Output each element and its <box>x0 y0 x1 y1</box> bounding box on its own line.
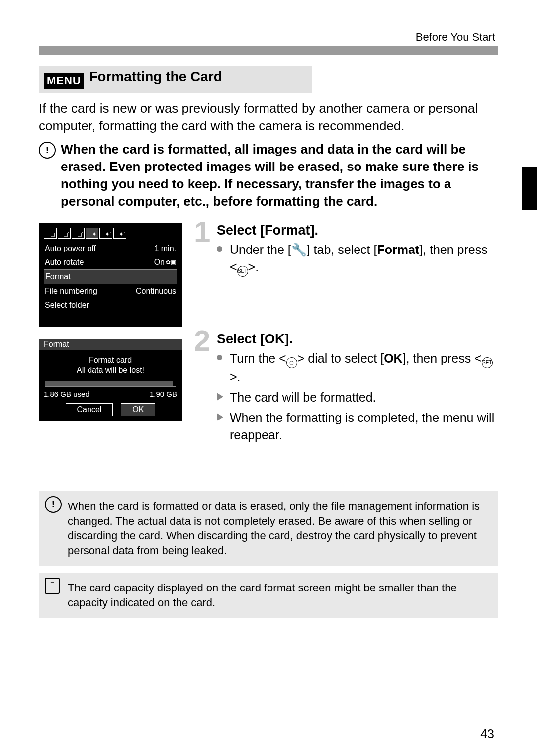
menu-row: Select folder <box>44 298 177 312</box>
menu-row-label: File numbering <box>45 287 97 296</box>
step-2: 2 Select [OK]. Turn the <◌> dial to sele… <box>194 332 498 444</box>
intro-paragraph: If the card is new or was previously for… <box>39 100 498 135</box>
caution-icon: ! <box>45 496 62 513</box>
step-number: 1 <box>194 215 210 249</box>
menu-tab: ◻' <box>58 228 71 239</box>
menu-row-label: Auto power off <box>45 244 96 253</box>
info-icon: ≡ <box>45 578 60 594</box>
menu-row: Auto rotate On✿▣ <box>44 255 177 269</box>
bullet-dot-icon <box>217 246 222 252</box>
section-heading: MENU Formatting the Card <box>39 66 312 93</box>
menu-tab: ◻ <box>44 228 57 239</box>
bullet-dot-icon <box>217 355 222 360</box>
menu-screenshot-2: Format Format card All data will be lost… <box>39 339 182 421</box>
menu-row-label: Format <box>45 272 71 281</box>
set-button-icon: SET <box>237 266 248 277</box>
menu-tab-selected: ✦ <box>86 228 98 239</box>
cancel-button: Cancel <box>66 403 113 416</box>
usage-bar <box>45 381 176 387</box>
step-1: 1 Select [Format]. Under the [🔧] tab, se… <box>194 223 498 277</box>
warning-block: ! When the card is formatted, all images… <box>39 141 498 210</box>
step-bullet: When the formatting is completed, the me… <box>217 409 498 444</box>
menu-row-selected: Format <box>44 269 177 284</box>
step-bullet: Under the [🔧] tab, select [Format], then… <box>217 241 498 277</box>
info-note: ≡ The card capacity displayed on the car… <box>39 573 498 618</box>
menu-row-value: Continuous <box>136 287 176 296</box>
dialog-message: Format card All data will be lost! <box>44 355 177 376</box>
warning-icon: ! <box>39 142 56 159</box>
menu-row: Auto power off 1 min. <box>44 242 177 255</box>
step-bullet: Turn the <◌> dial to select [OK], then p… <box>217 350 498 386</box>
menu-row-value: 1 min. <box>154 244 176 253</box>
used-label: 1.86 GB used <box>44 390 90 398</box>
menu-row-label: Select folder <box>45 301 89 310</box>
step-number: 2 <box>194 324 210 358</box>
menu-row-label: Auto rotate <box>45 258 84 267</box>
section-title-text: Formatting the Card <box>89 69 222 84</box>
menu-row-value: On✿▣ <box>154 258 176 267</box>
menu-tab: ✦' <box>113 228 126 239</box>
step-title: Select [Format]. <box>217 223 498 238</box>
thumb-index-tab <box>522 167 537 210</box>
step-title: Select [OK]. <box>217 332 498 347</box>
menu-icon: MENU <box>44 73 84 89</box>
page-number: 43 <box>480 727 494 741</box>
warning-text: When the card is formatted, all images a… <box>61 141 498 210</box>
running-header: Before You Start <box>416 31 495 44</box>
dialog-title: Format <box>39 339 182 350</box>
wrench-icon: 🔧 <box>291 243 307 256</box>
capacity-row: 1.86 GB used 1.90 GB <box>44 390 177 398</box>
caution-note: ! When the card is formatted or data is … <box>39 491 498 566</box>
menu-tab: ✦' <box>99 228 112 239</box>
triangle-bullet-icon <box>217 413 223 421</box>
step-bullet: The card will be formatted. <box>217 389 498 406</box>
menu-tab: ◻' <box>72 228 85 239</box>
total-label: 1.90 GB <box>150 390 177 398</box>
menu-row: File numbering Continuous <box>44 284 177 298</box>
menu-tab-strip: ◻ ◻' ◻' ✦ ✦' ✦' <box>44 228 177 239</box>
set-button-icon: SET <box>482 357 493 368</box>
dial-icon: ◌ <box>286 357 297 368</box>
ok-button: OK <box>121 403 155 416</box>
header-rule <box>39 46 498 55</box>
menu-screenshot-1: ◻ ◻' ◻' ✦ ✦' ✦' Auto power off 1 min. Au… <box>39 223 182 327</box>
triangle-bullet-icon <box>217 393 223 401</box>
